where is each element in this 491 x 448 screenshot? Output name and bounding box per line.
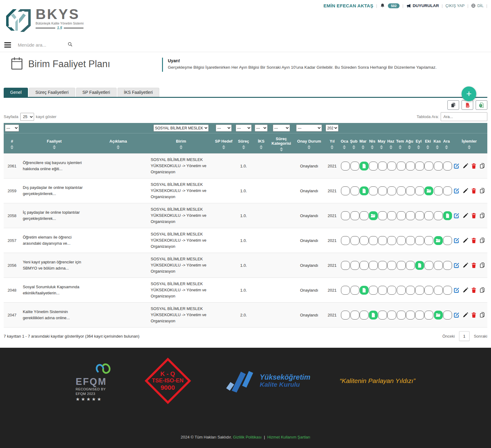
column-header-month-tem[interactable]: Tem: [396, 133, 405, 154]
month-status-empty[interactable]: [350, 311, 359, 320]
delete-record-button[interactable]: [471, 237, 477, 243]
month-status-empty[interactable]: [397, 211, 406, 220]
tab-genel[interactable]: Genel: [4, 88, 28, 97]
month-status-empty[interactable]: [378, 286, 387, 295]
month-status-empty[interactable]: [350, 261, 359, 270]
month-status-empty[interactable]: [341, 236, 350, 245]
excel-export-button[interactable]: X: [476, 100, 487, 110]
current-page-button[interactable]: 1: [459, 331, 470, 341]
month-status-empty[interactable]: [434, 162, 443, 170]
add-record-button[interactable]: +: [462, 86, 476, 101]
month-status-doc-icon[interactable]: [360, 162, 369, 170]
month-status-empty[interactable]: [424, 286, 433, 295]
next-page-button[interactable]: Sonraki: [474, 334, 487, 339]
month-status-empty[interactable]: [387, 236, 396, 245]
menu-search-input[interactable]: [18, 42, 61, 48]
month-status-empty[interactable]: [406, 162, 415, 170]
delete-record-button[interactable]: [471, 287, 477, 293]
edit-record-button[interactable]: [453, 237, 460, 244]
duplicate-record-button[interactable]: [479, 213, 485, 219]
month-status-empty[interactable]: [415, 236, 424, 245]
month-status-empty[interactable]: [387, 162, 396, 170]
month-status-empty[interactable]: [434, 186, 443, 195]
edit-record-button[interactable]: [453, 188, 460, 194]
yil-filter-select[interactable]: 2021: [326, 124, 338, 132]
column-header-s-re-kategorisi[interactable]: Süreç Kategorisi: [269, 133, 294, 154]
column-header-a-klama[interactable]: Açıklama: [88, 133, 148, 154]
column-header-month-may[interactable]: May: [377, 133, 386, 154]
month-status-empty[interactable]: [341, 162, 350, 170]
previous-page-button[interactable]: Önceki: [442, 334, 454, 339]
month-status-empty[interactable]: [369, 236, 378, 245]
notification-count-badge[interactable]: 502: [388, 3, 400, 8]
column-header-sp-hedef[interactable]: SP Hedef: [214, 133, 234, 154]
delete-record-button[interactable]: [471, 188, 477, 194]
month-status-empty[interactable]: [443, 162, 452, 170]
month-status-empty[interactable]: [397, 261, 406, 270]
pencil-edit-button[interactable]: [462, 312, 468, 318]
month-status-doc-icon[interactable]: [415, 261, 424, 270]
month-status-empty[interactable]: [443, 236, 452, 245]
column-header-islemler[interactable]: İşlemler: [451, 133, 487, 154]
edit-record-button[interactable]: [453, 287, 460, 293]
column-header-birim[interactable]: Birim: [148, 133, 214, 154]
duplicate-record-button[interactable]: [479, 163, 485, 169]
hamburger-menu-icon[interactable]: [4, 42, 11, 48]
column-header-month-şub[interactable]: Şub: [349, 133, 358, 154]
month-status-empty[interactable]: [360, 236, 369, 245]
birim-filter-select[interactable]: SOSYAL BİLİMLER MESLEK Y: [153, 124, 209, 132]
tab-sp-faaliyetleri[interactable]: SP Faaliyetleri: [76, 88, 117, 97]
month-status-doc-icon[interactable]: [360, 186, 369, 195]
privacy-policy-link[interactable]: Gizlilik Politikası: [233, 435, 261, 439]
pencil-edit-button[interactable]: [462, 213, 468, 219]
month-status-folder-icon[interactable]: [434, 236, 443, 245]
copy-export-button[interactable]: [447, 100, 459, 110]
month-status-empty[interactable]: [397, 311, 406, 320]
pencil-edit-button[interactable]: [462, 188, 468, 194]
duplicate-record-button[interactable]: [479, 237, 485, 243]
delete-record-button[interactable]: [471, 213, 477, 219]
column-header-s-re-[interactable]: Süreç: [234, 133, 253, 154]
iks-filter-select[interactable]: ---: [255, 124, 268, 132]
month-status-empty[interactable]: [443, 186, 452, 195]
month-status-doc-icon[interactable]: [360, 286, 369, 295]
onay-durum-filter-select[interactable]: ---: [296, 124, 322, 132]
month-status-folder-icon[interactable]: [434, 311, 443, 320]
month-status-empty[interactable]: [369, 186, 378, 195]
status-filter-select[interactable]: ---: [5, 124, 19, 132]
user-name[interactable]: EMİN EFECAN AKTAŞ: [323, 3, 373, 8]
column-header-month-kas[interactable]: Kas: [433, 133, 442, 154]
column-header-month-eki[interactable]: Eki: [423, 133, 432, 154]
month-status-empty[interactable]: [350, 236, 359, 245]
month-status-empty[interactable]: [434, 261, 443, 270]
column-header-month-ara[interactable]: Ara: [442, 133, 451, 154]
table-search-input[interactable]: [441, 112, 487, 121]
month-status-empty[interactable]: [424, 162, 433, 170]
column-header-faaliyet[interactable]: Faaliyet: [20, 133, 88, 154]
month-status-empty[interactable]: [378, 261, 387, 270]
month-status-empty[interactable]: [387, 186, 396, 195]
column-header-month-ağu[interactable]: Ağu: [405, 133, 414, 154]
month-status-empty[interactable]: [360, 311, 369, 320]
tab-i-ks-faaliyetleri[interactable]: İKS Faaliyetleri: [118, 88, 159, 97]
announcements-link[interactable]: DUYURULAR: [406, 3, 439, 8]
column-header-#[interactable]: #: [4, 133, 20, 154]
month-status-empty[interactable]: [424, 261, 433, 270]
month-status-empty[interactable]: [406, 311, 415, 320]
month-status-empty[interactable]: [341, 311, 350, 320]
month-status-empty[interactable]: [415, 162, 424, 170]
month-status-empty[interactable]: [378, 311, 387, 320]
month-status-empty[interactable]: [350, 211, 359, 220]
pdf-export-button[interactable]: PDF: [462, 100, 473, 110]
bell-icon[interactable]: [380, 3, 385, 8]
month-status-empty[interactable]: [406, 286, 415, 295]
column-header-month-mar[interactable]: Mar: [358, 133, 368, 154]
month-status-empty[interactable]: [369, 286, 378, 295]
column-header-month-haz[interactable]: Haz: [386, 133, 395, 154]
sp-hedef-filter-select[interactable]: ---: [216, 124, 232, 132]
edit-record-button[interactable]: [453, 312, 460, 318]
column-header-month-eyl[interactable]: Eyl: [414, 133, 423, 154]
column-header-i-ks[interactable]: İKS: [253, 133, 269, 154]
duplicate-record-button[interactable]: [479, 287, 485, 293]
duplicate-record-button[interactable]: [479, 262, 485, 268]
